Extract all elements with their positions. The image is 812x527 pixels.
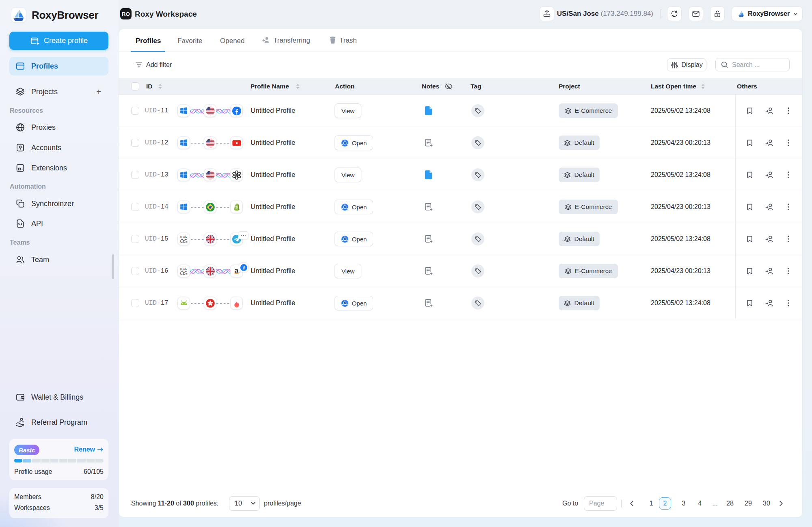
svg-text:S: S <box>235 205 238 209</box>
